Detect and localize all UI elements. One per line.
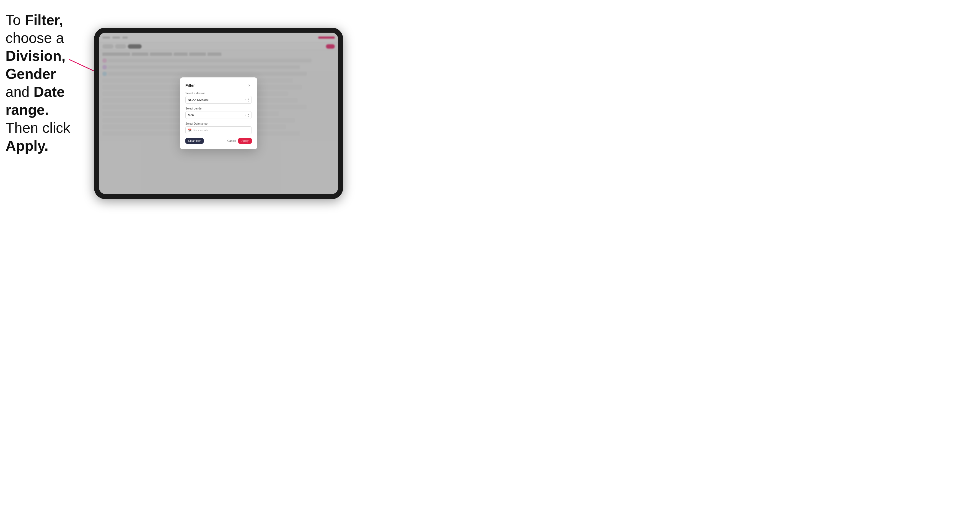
chevron-up-icon: ▲ [247,98,249,100]
gender-arrows: ▲ ▼ [247,113,249,117]
chevron-down-icon-gender: ▼ [247,115,249,117]
apply-button[interactable]: Apply [238,138,252,144]
division-label: Select a division [185,92,252,95]
tablet-frame: Filter × Select a division NCAA Division… [94,28,343,199]
date-range-form-group: Select Date range 📅 Pick a date [185,122,252,134]
division-clear-icon[interactable]: × [245,98,246,102]
tablet-screen: Filter × Select a division NCAA Division… [99,33,338,194]
gender-value: Men [188,113,245,117]
clear-filter-button[interactable]: Clear filter [185,138,204,144]
modal-footer: Clear filter Cancel Apply [185,138,252,144]
chevron-up-icon-gender: ▲ [247,113,249,115]
gender-clear-icon[interactable]: × [245,114,246,117]
division-form-group: Select a division NCAA Division I × ▲ ▼ [185,92,252,104]
modal-header: Filter × [185,83,252,88]
division-controls: × ▲ ▼ [245,98,249,102]
date-placeholder: Pick a date [193,129,208,132]
close-button[interactable]: × [247,83,252,88]
modal-title: Filter [185,83,195,88]
gender-form-group: Select gender Men × ▲ ▼ [185,107,252,119]
filter-modal: Filter × Select a division NCAA Division… [180,78,257,149]
division-arrows: ▲ ▼ [247,98,249,102]
date-range-input[interactable]: 📅 Pick a date [185,126,252,134]
chevron-down-icon: ▼ [247,100,249,102]
division-value: NCAA Division I [188,98,245,102]
footer-right-buttons: Cancel Apply [228,138,252,144]
calendar-icon: 📅 [188,129,192,132]
gender-select[interactable]: Men × ▲ ▼ [185,111,252,119]
gender-controls: × ▲ ▼ [245,113,249,117]
gender-label: Select gender [185,107,252,110]
instruction-text: To Filter, choose aDivision, Genderand D… [6,11,94,155]
division-select[interactable]: NCAA Division I × ▲ ▼ [185,96,252,104]
cancel-button[interactable]: Cancel [228,139,236,142]
modal-overlay: Filter × Select a division NCAA Division… [99,33,338,194]
date-range-label: Select Date range [185,122,252,125]
